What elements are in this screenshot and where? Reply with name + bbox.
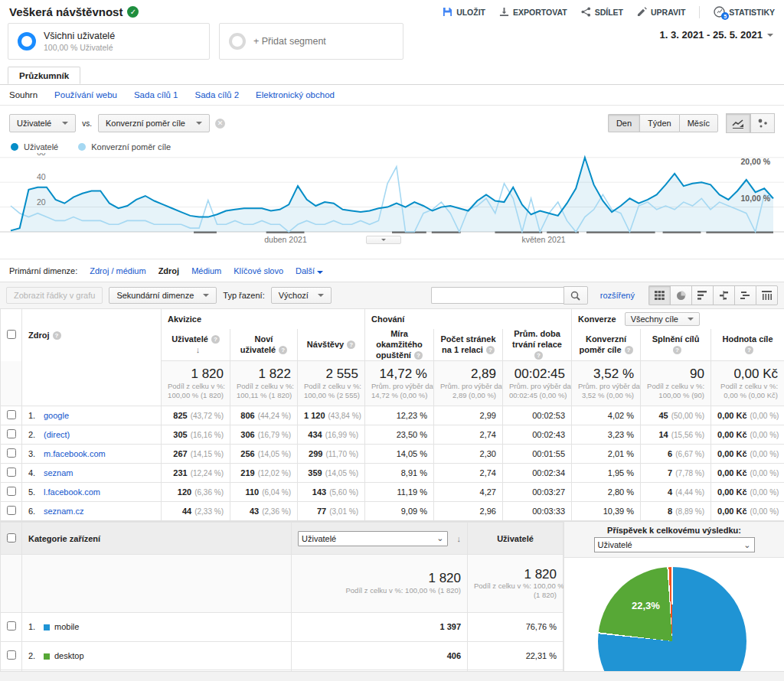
pencil-icon xyxy=(637,7,647,17)
dimension-more[interactable]: Další xyxy=(296,266,323,275)
source-link[interactable]: seznam xyxy=(44,468,74,477)
goal-value-column-header[interactable]: Hodnota cíle? xyxy=(711,329,784,361)
export-button[interactable]: EXPORTOVAT xyxy=(499,7,567,17)
sessions-column-header[interactable]: Návštěvy? xyxy=(298,329,365,361)
help-icon[interactable]: ? xyxy=(745,346,753,354)
row-checkbox[interactable] xyxy=(7,506,16,515)
search-button[interactable] xyxy=(564,286,588,305)
dimension-keyword[interactable]: Klíčové slovo xyxy=(234,266,283,275)
users-column-header[interactable]: Uživatelé?↓ xyxy=(162,329,230,361)
conv-rate-column-header[interactable]: Konverzní poměr cíle? xyxy=(572,329,641,361)
totals-users: 1 820Podíl z celku v %:100,00 % (1 820) xyxy=(162,361,230,406)
row-checkbox[interactable] xyxy=(7,429,16,438)
help-icon[interactable]: ? xyxy=(534,351,543,360)
granularity-day[interactable]: Den xyxy=(608,114,639,132)
subtab-site-usage[interactable]: Používání webu xyxy=(54,90,117,99)
source-link[interactable]: l.facebook.com xyxy=(44,487,100,497)
device-total-2: 1 820Podíl z celku v %: 100,00 %(1 820) xyxy=(468,555,564,613)
source-link[interactable]: (direct) xyxy=(44,430,70,439)
bounce-column-header[interactable]: Míra okamžitého opuštění? xyxy=(365,329,434,361)
segment-all-users[interactable]: Všichni uživatelé 100,00 % Uživatelé xyxy=(8,23,210,60)
sort-type-select[interactable]: Výchozí xyxy=(271,287,332,304)
plot-rows-button[interactable]: Zobrazit řádky v grafu xyxy=(6,287,103,304)
remove-metric-icon[interactable]: ✕ xyxy=(215,119,225,129)
line-chart-toggle[interactable] xyxy=(726,113,750,133)
help-icon[interactable]: ? xyxy=(211,335,220,344)
conv-cell: 3,23 % xyxy=(572,425,641,445)
row-checkbox[interactable] xyxy=(7,448,16,458)
save-button[interactable]: ULOŽIT xyxy=(443,7,485,17)
row-checkbox[interactable] xyxy=(7,468,16,477)
row-checkbox[interactable] xyxy=(7,487,16,496)
verified-shield-icon: ✓ xyxy=(127,6,139,18)
row-checkbox[interactable] xyxy=(7,410,16,419)
insights-button[interactable]: 5 STATISTIKY xyxy=(714,6,775,18)
help-icon[interactable]: ? xyxy=(279,346,287,354)
dimension-source[interactable]: Zdroj xyxy=(158,266,180,275)
row-index: 3. xyxy=(28,449,44,458)
device-metric-select[interactable]: Uživatelé⌄ xyxy=(298,531,448,546)
value-cell: 0,00 Kč(0,00 %) xyxy=(711,483,784,502)
row-checkbox[interactable] xyxy=(7,621,16,630)
subtab-goalset1[interactable]: Sada cílů 1 xyxy=(134,90,178,99)
view-pivot-button[interactable] xyxy=(756,285,778,305)
segment-row: Všichni uživatelé 100,00 % Uživatelé + P… xyxy=(0,21,784,66)
dimension-medium[interactable]: Médium xyxy=(191,266,221,275)
help-icon[interactable]: ? xyxy=(673,346,681,354)
pages-column-header[interactable]: Počet stránek na 1 relaci? xyxy=(434,329,503,361)
chart-collapse-handle[interactable] xyxy=(366,236,401,244)
view-table-button[interactable] xyxy=(648,285,670,305)
goals-column-header[interactable]: Splnění cílů? xyxy=(641,329,711,361)
chart-controls: Uživatelé vs. Konverzní poměr cíle ✕ Den… xyxy=(0,106,784,136)
trend-chart-svg[interactable]: 20406010,00 %20,00 %duben 2021květen 202… xyxy=(0,153,784,246)
view-term-cloud-button[interactable] xyxy=(734,285,756,305)
help-icon[interactable]: ? xyxy=(347,340,355,349)
goal-filter-select[interactable]: Všechny cíle xyxy=(625,312,700,326)
source-link[interactable]: seznam.cz xyxy=(44,507,84,516)
row-checkbox[interactable] xyxy=(7,650,16,660)
metric2-select[interactable]: Konverzní poměr cíle xyxy=(98,114,210,132)
tab-explorer[interactable]: Průzkumník xyxy=(8,67,80,84)
subtab-summary[interactable]: Souhrn xyxy=(9,90,38,99)
view-performance-button[interactable] xyxy=(691,285,713,305)
view-percentage-button[interactable] xyxy=(670,285,691,305)
date-range-picker[interactable]: 1. 3. 2021 - 25. 5. 2021 xyxy=(660,29,773,41)
subtab-goalset2[interactable]: Sada cílů 2 xyxy=(194,90,239,99)
granularity-week[interactable]: Týden xyxy=(639,114,679,132)
select-all-checkbox[interactable] xyxy=(7,533,16,543)
trend-chart: 20406010,00 %20,00 %duben 2021květen 202… xyxy=(0,153,784,259)
select-all-checkbox[interactable] xyxy=(7,330,16,339)
metric1-select[interactable]: Uživatelé xyxy=(9,114,76,132)
save-icon xyxy=(443,7,452,17)
new-users-column-header[interactable]: Noví uživatelé? xyxy=(230,329,298,361)
secondary-dimension-button[interactable]: Sekundární dimenze xyxy=(109,287,217,304)
dimension-source-medium[interactable]: Zdroj / médium xyxy=(90,266,145,275)
granularity-month[interactable]: Měsíc xyxy=(679,114,718,132)
totals-row: 1 820Podíl z celku v %:100,00 % (1 820) … xyxy=(1,361,784,406)
conv-cell: 1,95 % xyxy=(572,464,641,483)
source-link[interactable]: google xyxy=(44,411,69,420)
device-users-header[interactable]: Uživatelé xyxy=(468,523,564,555)
pie-metric-select[interactable]: Uživatelé⌄ xyxy=(594,537,755,552)
help-icon[interactable]: ? xyxy=(486,346,495,354)
share-button[interactable]: SDÍLET xyxy=(581,7,623,17)
edit-button[interactable]: UPRAVIT xyxy=(637,7,685,17)
help-icon[interactable]: ? xyxy=(414,351,423,360)
legend-dot xyxy=(78,143,86,151)
source-link[interactable]: m.facebook.com xyxy=(44,449,106,458)
add-segment-button[interactable]: + Přidat segment xyxy=(219,23,403,60)
segment-name: Všichni uživatelé xyxy=(44,31,115,41)
source-column-header[interactable]: Zdroj? xyxy=(22,309,162,361)
help-icon[interactable]: ? xyxy=(53,331,61,340)
comparison-view-icon xyxy=(719,291,729,300)
advanced-filter-link[interactable]: rozšířený xyxy=(600,291,635,300)
device-category-header[interactable]: Kategorie zařízení xyxy=(22,523,292,555)
subtab-ecommerce[interactable]: Elektronický obchod xyxy=(256,90,335,99)
duration-column-header[interactable]: Prům. doba trvání relace? xyxy=(503,329,572,361)
row-index: 5. xyxy=(28,487,44,497)
help-icon[interactable]: ? xyxy=(625,346,633,354)
search-input[interactable] xyxy=(431,287,564,304)
device-pie[interactable] xyxy=(598,567,746,681)
view-comparison-button[interactable] xyxy=(713,285,734,305)
motion-chart-toggle[interactable] xyxy=(750,113,775,133)
